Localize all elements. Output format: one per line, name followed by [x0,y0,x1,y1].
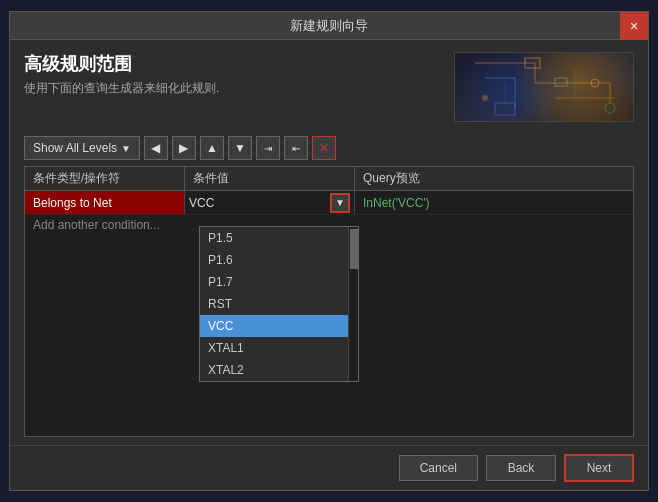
add-condition-label: Add another condition... [25,215,185,239]
dropdown-options: P1.5 P1.6 P1.7 RST VCC XTAL1 XTAL2 [199,226,359,382]
table-header: 条件类型/操作符 条件值 Query预览 [25,167,633,191]
dropdown-scrollbar[interactable] [348,227,358,381]
header-query: Query预览 [355,167,633,190]
dropdown-option-p16[interactable]: P1.6 [200,249,358,271]
cancel-button[interactable]: Cancel [399,455,478,481]
svg-rect-10 [555,78,567,86]
dropdown-option-xtal1[interactable]: XTAL1 [200,337,358,359]
svg-rect-0 [455,53,634,122]
dropdown-option-p17[interactable]: P1.7 [200,271,358,293]
svg-rect-16 [495,103,515,115]
back-button[interactable]: Back [486,455,556,481]
table-row[interactable]: Belongs to Net VCC ▼ InNet('VCC') [25,191,633,215]
dropdown-option-rst[interactable]: RST [200,293,358,315]
prev-button[interactable]: ◀ [144,136,168,160]
delete-button[interactable]: ✕ [312,136,336,160]
toolbar: Show All Levels ▼ ◀ ▶ ▲ ▼ ⇥ ⇤ ✕ [10,130,648,166]
condition-query-cell: InNet('VCC') [355,191,633,214]
value-dropdown-button[interactable]: ▼ [330,193,350,213]
close-button[interactable]: × [620,12,648,40]
level-dropdown[interactable]: Show All Levels ▼ [24,136,140,160]
svg-point-11 [591,79,599,87]
dialog-title: 新建规则向导 [290,17,368,35]
next-button[interactable]: ▶ [172,136,196,160]
footer: Cancel Back Next [10,445,648,490]
title-bar: 新建规则向导 × [10,12,648,40]
header-subtitle: 使用下面的查询生成器来细化此规则. [24,80,454,97]
header-section: 高级规则范围 使用下面的查询生成器来细化此规则. [10,40,648,130]
svg-rect-9 [525,58,540,68]
up-button[interactable]: ▲ [200,136,224,160]
chevron-down-icon: ▼ [121,143,131,154]
outdent-button[interactable]: ⇤ [284,136,308,160]
header-type: 条件类型/操作符 [25,167,185,190]
scrollbar-thumb[interactable] [350,229,358,269]
header-text: 高级规则范围 使用下面的查询生成器来细化此规则. [24,52,454,97]
next-button-footer[interactable]: Next [564,454,634,482]
dialog-body: 高级规则范围 使用下面的查询生成器来细化此规则. [10,40,648,490]
header-title: 高级规则范围 [24,52,454,76]
indent-button[interactable]: ⇥ [256,136,280,160]
header-image [454,52,634,122]
main-dialog: 新建规则向导 × 高级规则范围 使用下面的查询生成器来细化此规则. [9,11,649,491]
svg-point-13 [605,103,615,113]
condition-type-cell: Belongs to Net [25,191,185,214]
value-dropdown-list: P1.5 P1.6 P1.7 RST VCC XTAL1 XTAL2 [199,226,359,382]
dropdown-option-p15[interactable]: P1.5 [200,227,358,249]
condition-value-text: VCC [189,196,330,210]
level-dropdown-label: Show All Levels [33,141,117,155]
header-value: 条件值 [185,167,355,190]
svg-point-12 [482,95,488,101]
dropdown-option-xtal2[interactable]: XTAL2 [200,359,358,381]
svg-rect-1 [455,53,634,122]
down-button[interactable]: ▼ [228,136,252,160]
query-preview-text: InNet('VCC') [363,196,430,210]
condition-value-cell: VCC ▼ [185,191,355,214]
dropdown-option-vcc[interactable]: VCC [200,315,358,337]
